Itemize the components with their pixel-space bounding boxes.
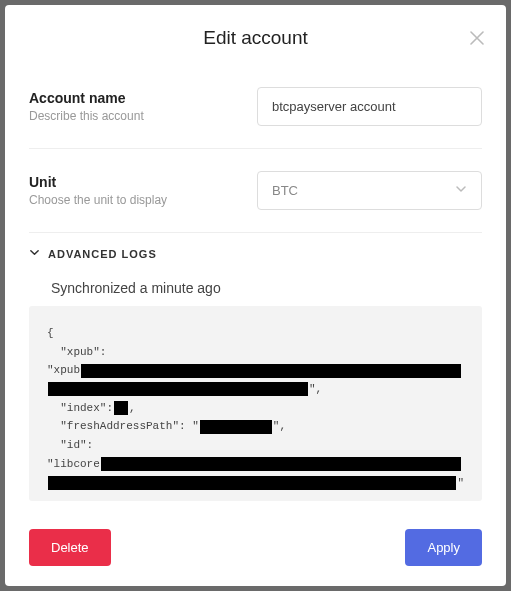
chevron-down-icon bbox=[455, 183, 467, 198]
modal-title: Edit account bbox=[29, 27, 482, 49]
log-line: "index": , bbox=[47, 399, 464, 418]
delete-button[interactable]: Delete bbox=[29, 529, 111, 566]
modal-header: Edit account bbox=[5, 5, 506, 65]
log-line: , bbox=[47, 492, 464, 501]
log-line: " bbox=[47, 474, 464, 493]
modal-body: Account name Describe this account Unit … bbox=[5, 65, 506, 513]
log-line: { bbox=[47, 324, 464, 343]
advanced-logs-toggle[interactable]: ADVANCED LOGS bbox=[29, 233, 482, 270]
unit-description: Choose the unit to display bbox=[29, 193, 257, 207]
redacted-segment bbox=[114, 401, 128, 415]
redacted-segment bbox=[48, 382, 308, 396]
log-line: "xpub bbox=[47, 361, 464, 380]
unit-select[interactable]: BTC bbox=[257, 171, 482, 210]
unit-selected-value: BTC bbox=[272, 183, 298, 198]
log-line: "id": bbox=[47, 436, 464, 455]
close-icon[interactable] bbox=[466, 25, 488, 54]
account-name-input[interactable] bbox=[257, 87, 482, 126]
log-line: "xpub": bbox=[47, 343, 464, 362]
log-line: "libcore bbox=[47, 455, 464, 474]
unit-row: Unit Choose the unit to display BTC bbox=[29, 149, 482, 233]
log-line: ", bbox=[47, 380, 464, 399]
account-name-row: Account name Describe this account bbox=[29, 65, 482, 149]
sync-status: Synchronized a minute ago bbox=[29, 270, 482, 306]
edit-account-modal: Edit account Account name Describe this … bbox=[5, 5, 506, 586]
unit-label: Unit bbox=[29, 174, 257, 190]
account-name-description: Describe this account bbox=[29, 109, 257, 123]
apply-button[interactable]: Apply bbox=[405, 529, 482, 566]
redacted-segment bbox=[48, 476, 456, 490]
account-name-label: Account name bbox=[29, 90, 257, 106]
chevron-down-icon bbox=[29, 247, 40, 260]
log-line: "freshAddressPath": "", bbox=[47, 417, 464, 436]
redacted-segment bbox=[200, 420, 272, 434]
redacted-segment bbox=[81, 364, 461, 378]
advanced-logs-label: ADVANCED LOGS bbox=[48, 248, 157, 260]
redacted-segment bbox=[101, 457, 461, 471]
modal-footer: Delete Apply bbox=[5, 513, 506, 586]
advanced-log-box[interactable]: { "xpub":"xpub", "index": , "freshAddres… bbox=[29, 306, 482, 501]
